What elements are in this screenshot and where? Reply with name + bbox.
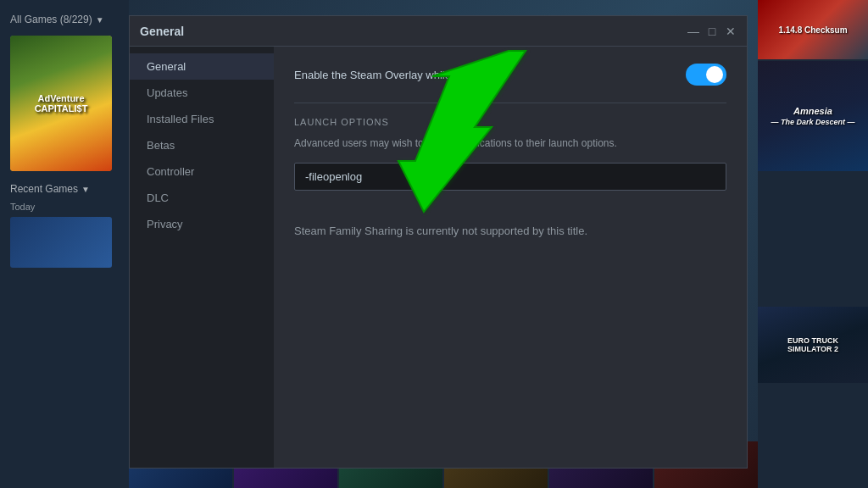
launch-options-input[interactable] [294,163,726,191]
right-game-euro-truck-text: EURO TRUCKSIMULATOR 2 [784,333,842,357]
chevron-down-icon: ▼ [81,185,90,194]
right-game-amnesia-text: Amnesia— The Dark Descent — [767,103,858,130]
overlay-label: Enable the Steam Overlay while in-game [294,69,494,81]
right-game-euro-truck: EURO TRUCKSIMULATOR 2 [758,307,868,383]
overlay-setting-row: Enable the Steam Overlay while in-game [294,64,726,86]
close-button[interactable]: ✕ [725,25,737,37]
nav-item-updates[interactable]: Updates [130,80,274,106]
game-thumbnail-adventure-capitalist[interactable]: AdVentureCAPITALI$T [10,36,112,171]
dialog-title: General [140,25,184,38]
right-game-amnesia: Amnesia— The Dark Descent — [758,61,868,171]
left-sidebar: All Games (8/229) ▼ AdVentureCAPITALI$T … [0,0,129,488]
recent-game-thumb-1[interactable] [10,217,112,268]
nav-item-dlc[interactable]: DLC [130,185,274,211]
right-game-panel: 1.14.8 Checksum Amnesia— The Dark Descen… [758,0,868,488]
maximize-button[interactable]: □ [706,25,718,37]
settings-content: Enable the Steam Overlay while in-game L… [274,47,747,468]
chevron-down-icon: ▼ [96,15,104,25]
divider-1 [294,103,726,103]
right-game-1: 1.14.8 Checksum [758,0,868,59]
nav-item-controller[interactable]: Controller [130,158,274,185]
launch-options-section: LAUNCH OPTIONS Advanced users may wish t… [294,117,726,208]
right-game-1-text: 1.14.8 Checksum [775,22,850,38]
minimize-button[interactable]: — [687,25,699,37]
overlay-toggle[interactable] [686,64,726,86]
recent-games-label[interactable]: Recent Games ▼ [0,178,129,200]
nav-item-betas[interactable]: Betas [130,132,274,158]
all-games-label[interactable]: All Games (8/229) ▼ [0,7,129,29]
dialog-titlebar: General — □ ✕ [130,16,747,47]
nav-item-installed-files[interactable]: Installed Files [130,106,274,132]
launch-options-desc: Advanced users may wish to enter modific… [294,136,726,151]
nav-item-general[interactable]: General [130,53,274,80]
dialog-body: General Updates Installed Files Betas Co… [130,47,747,468]
launch-options-title: LAUNCH OPTIONS [294,117,726,127]
settings-nav: General Updates Installed Files Betas Co… [130,47,274,468]
toggle-knob [706,66,723,83]
nav-item-privacy[interactable]: Privacy [130,211,274,237]
today-label: Today [0,200,129,214]
window-controls: — □ ✕ [687,25,737,37]
properties-dialog: General — □ ✕ General Updates Installed … [129,15,748,469]
family-sharing-note: Steam Family Sharing is currently not su… [294,225,726,237]
